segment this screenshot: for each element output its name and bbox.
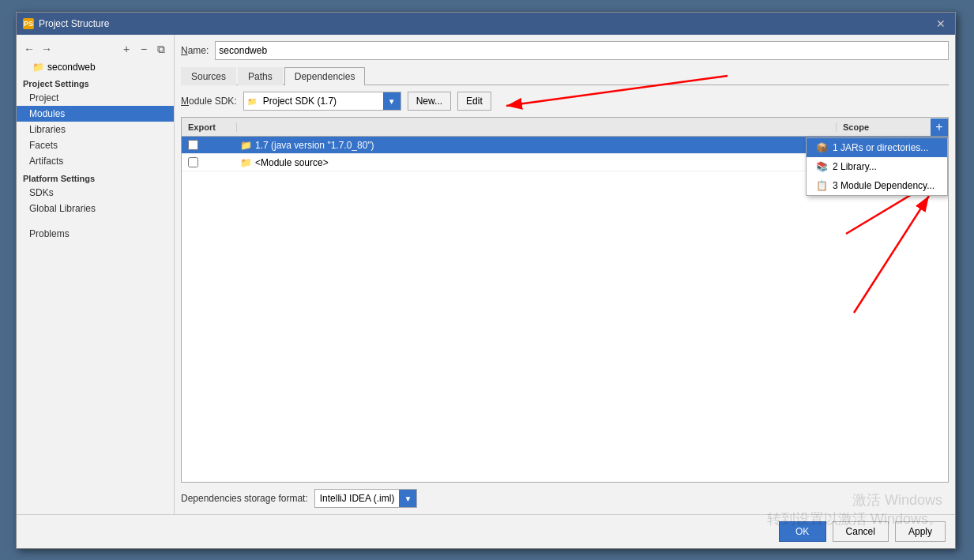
- title-bar: PS Project Structure ✕: [17, 13, 955, 35]
- row2-export: [182, 157, 237, 167]
- name-input[interactable]: [215, 41, 949, 60]
- library-label: 2 Library...: [833, 161, 877, 172]
- dialog-body: ← → + − ⧉ 📁 secondweb Project Settings P…: [17, 35, 955, 514]
- jars-label: 1 JARs or directories...: [833, 142, 928, 153]
- row1-export-checkbox[interactable]: [188, 140, 198, 150]
- jars-icon: 📦: [816, 142, 828, 153]
- sidebar-add-button[interactable]: +: [118, 41, 134, 57]
- folder-icon: 📁: [32, 62, 44, 73]
- sidebar-item-problems[interactable]: Problems: [17, 226, 174, 242]
- storage-dropdown[interactable]: IntelliJ IDEA (.iml) ▼: [314, 489, 418, 508]
- dependencies-table: Export Scope + 📦 1 JARs or directories..…: [181, 117, 949, 483]
- dropdown-item-library[interactable]: 📚 2 Library...: [807, 157, 947, 176]
- col-export-header: Export: [182, 122, 237, 132]
- add-dependency-dropdown: 📦 1 JARs or directories... 📚 2 Library..…: [806, 137, 948, 196]
- table-header: Export Scope + 📦 1 JARs or directories..…: [182, 118, 948, 137]
- apply-button[interactable]: Apply: [895, 521, 946, 542]
- sidebar-remove-button[interactable]: −: [136, 41, 152, 57]
- sidebar-forward-button[interactable]: →: [39, 41, 55, 57]
- sidebar-item-global-libraries[interactable]: Global Libraries: [17, 201, 174, 216]
- row2-icon: 📁: [240, 157, 252, 168]
- sdk-label: Module SDK:: [181, 96, 237, 107]
- project-structure-dialog: PS Project Structure ✕ ← → + − ⧉ 📁 secon…: [16, 12, 956, 549]
- tab-paths[interactable]: Paths: [238, 67, 283, 85]
- row2-name: 📁 <Module source>: [237, 157, 829, 168]
- storage-label: Dependencies storage format:: [181, 493, 308, 504]
- name-row: Name:: [181, 41, 949, 60]
- tab-sources[interactable]: Sources: [181, 67, 236, 85]
- dropdown-item-jars[interactable]: 📦 1 JARs or directories...: [807, 138, 947, 157]
- sidebar-item-project[interactable]: Project: [17, 90, 174, 106]
- module-name-label: secondweb: [47, 62, 96, 73]
- ok-button[interactable]: OK: [779, 521, 826, 542]
- sdk-dropdown[interactable]: 📁 Project SDK (1.7) ▼: [243, 92, 401, 111]
- dropdown-item-module-dep[interactable]: 📋 3 Module Dependency...: [807, 176, 947, 195]
- row2-export-checkbox[interactable]: [188, 157, 198, 167]
- tab-dependencies[interactable]: Dependencies: [284, 67, 366, 85]
- sidebar: ← → + − ⧉ 📁 secondweb Project Settings P…: [17, 35, 175, 514]
- library-icon: 📚: [816, 161, 828, 172]
- row1-icon: 📁: [240, 140, 252, 151]
- add-dependency-container: + 📦 1 JARs or directories... 📚 2 Library…: [931, 118, 948, 136]
- sidebar-copy-button[interactable]: ⧉: [153, 41, 169, 57]
- platform-settings-section: Platform Settings: [17, 169, 174, 185]
- module-tree-item[interactable]: 📁 secondweb: [17, 60, 174, 74]
- dialog-footer: OK Cancel Apply: [17, 514, 955, 548]
- storage-dropdown-arrow[interactable]: ▼: [399, 490, 416, 507]
- tabs-bar: Sources Paths Dependencies: [181, 66, 949, 85]
- dialog-icon: PS: [23, 18, 34, 29]
- sdk-edit-button[interactable]: Edit: [457, 92, 491, 111]
- sdk-new-button[interactable]: New...: [408, 92, 451, 111]
- col-scope-header: Scope: [836, 122, 931, 132]
- sdk-row: Module SDK: 📁 Project SDK (1.7) ▼ New...…: [181, 92, 949, 111]
- row1-text: 1.7 (java version "1.7.0_80"): [255, 140, 374, 151]
- row1-export: [182, 140, 237, 150]
- module-dep-label: 3 Module Dependency...: [833, 180, 935, 191]
- sidebar-item-facets[interactable]: Facets: [17, 137, 174, 153]
- row1-name: 📁 1.7 (java version "1.7.0_80"): [237, 140, 829, 151]
- project-settings-section: Project Settings: [17, 74, 174, 90]
- name-label: Name:: [181, 45, 209, 56]
- sidebar-item-libraries[interactable]: Libraries: [17, 122, 174, 137]
- sidebar-item-artifacts[interactable]: Artifacts: [17, 153, 174, 169]
- sdk-folder-icon: 📁: [244, 92, 260, 110]
- row2-text: <Module source>: [255, 157, 329, 168]
- dialog-title: Project Structure: [39, 18, 933, 29]
- sidebar-item-modules[interactable]: Modules: [17, 106, 174, 122]
- add-dependency-button[interactable]: +: [931, 118, 948, 136]
- storage-value: IntelliJ IDEA (.iml): [315, 493, 400, 504]
- sidebar-back-button[interactable]: ←: [21, 41, 37, 57]
- close-button[interactable]: ✕: [933, 16, 949, 32]
- storage-row: Dependencies storage format: IntelliJ ID…: [181, 489, 949, 508]
- sdk-dropdown-arrow[interactable]: ▼: [383, 92, 401, 110]
- sdk-value: Project SDK (1.7): [260, 96, 383, 107]
- sidebar-item-sdks[interactable]: SDKs: [17, 185, 174, 201]
- module-dep-icon: 📋: [816, 180, 828, 191]
- right-panel: Name: Sources Paths Dependencies Module …: [175, 35, 955, 514]
- cancel-button[interactable]: Cancel: [833, 521, 889, 542]
